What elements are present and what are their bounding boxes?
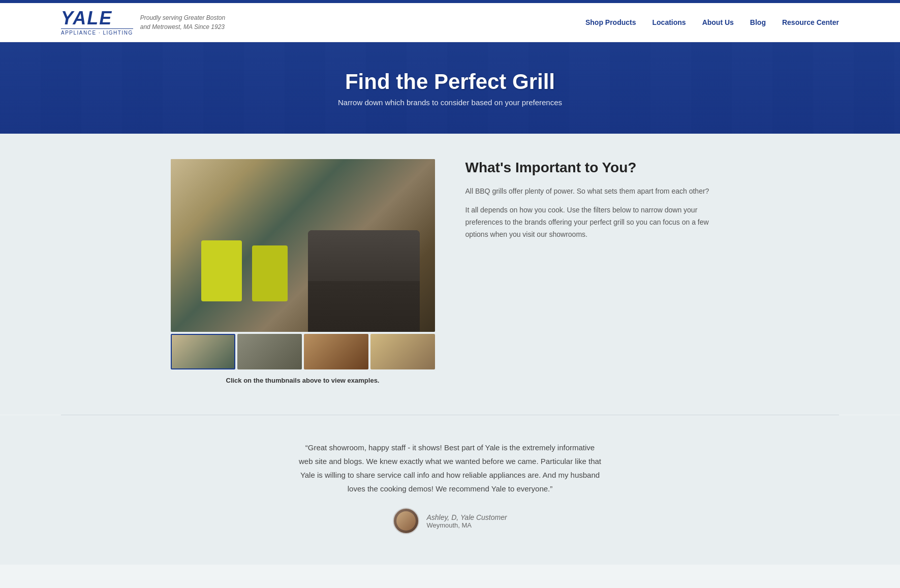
- grill-lid: [308, 230, 420, 281]
- main-grill-image: [171, 159, 435, 332]
- nav-locations[interactable]: Locations: [653, 18, 686, 26]
- grill-shape: [308, 230, 420, 332]
- thumbnail-1[interactable]: [171, 334, 235, 369]
- thumbnail-row: [171, 334, 435, 369]
- section-paragraph-1: All BBQ grills offer plenty of power. So…: [465, 185, 730, 198]
- grill-image-sim: [171, 159, 435, 332]
- author-location: Weymouth, MA: [426, 521, 507, 529]
- thumbnail-3[interactable]: [304, 334, 368, 369]
- main-nav: Shop Products Locations About Us Blog Re…: [585, 18, 839, 26]
- logo-tagline: Proudly serving Greater Boston and Metro…: [140, 13, 225, 32]
- testimonial-section: “Great showroom, happy staff - it shows!…: [0, 415, 900, 565]
- main-content-section: Click on the thumbnails above to view ex…: [0, 134, 900, 415]
- avatar-image: [396, 511, 416, 531]
- testimonial-author: Ashley, D, Yale Customer Weymouth, MA: [393, 508, 507, 534]
- hero-section: Find the Perfect Grill Narrow down which…: [0, 42, 900, 134]
- logo-text: YALE APPLIANCE · LIGHTING: [61, 9, 133, 36]
- chair-left: [201, 240, 242, 301]
- section-paragraph-2: It all depends on how you cook. Use the …: [465, 204, 730, 240]
- thumbnail-4[interactable]: [370, 334, 435, 369]
- logo-area: YALE APPLIANCE · LIGHTING Proudly servin…: [61, 9, 225, 36]
- logo-yale: YALE: [61, 9, 133, 27]
- thumbnail-2[interactable]: [237, 334, 302, 369]
- nav-blog[interactable]: Blog: [750, 18, 766, 26]
- thumbnail-caption: Click on the thumbnails above to view ex…: [171, 377, 435, 384]
- chair-right: [252, 245, 288, 301]
- logo-sub: APPLIANCE · LIGHTING: [61, 28, 133, 36]
- nav-resource-center[interactable]: Resource Center: [782, 18, 839, 26]
- hero-subtitle: Narrow down which brands to consider bas…: [338, 98, 562, 107]
- header: YALE APPLIANCE · LIGHTING Proudly servin…: [0, 3, 900, 42]
- author-info: Ashley, D, Yale Customer Weymouth, MA: [426, 513, 507, 529]
- section-heading: What's Important to You?: [465, 159, 730, 176]
- image-section: Click on the thumbnails above to view ex…: [171, 159, 435, 384]
- author-title: Yale Customer: [460, 513, 507, 521]
- hero-title: Find the Perfect Grill: [338, 70, 562, 94]
- testimonial-quote: “Great showroom, happy staff - it shows!…: [298, 441, 603, 496]
- hero-content: Find the Perfect Grill Narrow down which…: [338, 70, 562, 107]
- nav-about-us[interactable]: About Us: [702, 18, 734, 26]
- author-name: Ashley, D, Yale Customer: [426, 513, 507, 521]
- content-grid: Click on the thumbnails above to view ex…: [171, 159, 730, 384]
- text-section: What's Important to You? All BBQ grills …: [465, 159, 730, 248]
- nav-shop-products[interactable]: Shop Products: [585, 18, 636, 26]
- author-name-text: Ashley, D,: [426, 513, 458, 521]
- avatar: [393, 508, 419, 534]
